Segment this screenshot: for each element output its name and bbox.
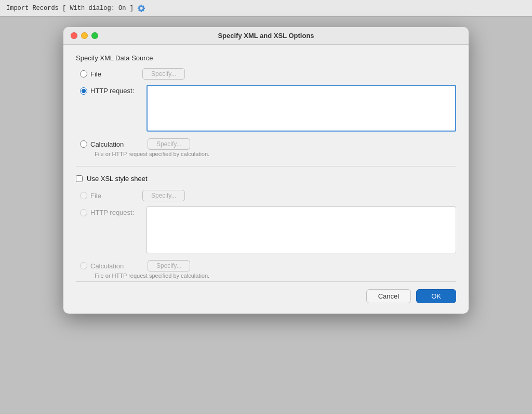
- xsl-file-radio[interactable]: [80, 192, 87, 199]
- xsl-file-label[interactable]: File: [80, 192, 142, 200]
- xml-http-textarea[interactable]: [147, 85, 456, 132]
- dialog-content: Specify XML Data Source File Specify... …: [63, 45, 469, 314]
- xsl-http-row: HTTP request:: [76, 206, 456, 255]
- xsl-file-row: File Specify...: [76, 190, 456, 201]
- button-row: Cancel OK: [76, 281, 456, 303]
- xml-file-specify-button[interactable]: Specify...: [142, 68, 185, 80]
- ok-button[interactable]: OK: [416, 289, 456, 303]
- xsl-http-radio[interactable]: [80, 209, 87, 216]
- xml-calc-row-inner: Calculation Specify...: [80, 138, 456, 150]
- xml-file-row: File Specify...: [76, 68, 456, 80]
- xsl-section-header: Use XSL style sheet: [87, 175, 148, 183]
- xml-calc-helper: File or HTTP request specified by calcul…: [95, 151, 209, 157]
- xsl-file-specify-button[interactable]: Specify...: [142, 190, 185, 201]
- minimize-button[interactable]: [81, 32, 88, 39]
- xsl-http-label-col: HTTP request:: [80, 206, 147, 216]
- xsl-http-textarea[interactable]: [147, 206, 456, 253]
- xml-calc-label[interactable]: Calculation: [80, 140, 142, 148]
- xsl-calc-radio[interactable]: [80, 262, 87, 269]
- xsl-calc-row-inner: Calculation Specify...: [80, 260, 456, 271]
- xml-http-radio[interactable]: [80, 87, 87, 95]
- xml-calc-radio[interactable]: [80, 140, 87, 148]
- xsl-section: Use XSL style sheet File Specify...: [76, 175, 456, 279]
- xsl-http-textarea-wrapper: [147, 206, 456, 255]
- xml-http-label[interactable]: HTTP request:: [80, 87, 142, 95]
- xsl-calc-label[interactable]: Calculation: [80, 262, 142, 270]
- top-bar: Import Records [ With dialog: On ]: [0, 0, 532, 17]
- xsl-calc-helper: File or HTTP request specified by calcul…: [95, 273, 209, 279]
- maximize-button[interactable]: [91, 32, 98, 39]
- window-buttons: [71, 32, 98, 39]
- section-divider: [76, 166, 456, 166]
- xsl-checkbox[interactable]: [76, 175, 83, 182]
- xml-file-radio[interactable]: [80, 70, 87, 77]
- xml-calc-specify-button[interactable]: Specify...: [148, 138, 190, 150]
- xml-http-label-col: HTTP request:: [80, 85, 147, 95]
- dialog-window: Specify XML and XSL Options Specify XML …: [63, 27, 469, 314]
- title-bar: Specify XML and XSL Options: [63, 27, 469, 45]
- gear-icon[interactable]: [137, 4, 146, 13]
- xsl-header-row: Use XSL style sheet: [76, 175, 456, 183]
- xml-file-label[interactable]: File: [80, 70, 142, 78]
- xml-section-header: Specify XML Data Source: [76, 54, 456, 62]
- xml-http-textarea-wrapper: [147, 85, 456, 133]
- xsl-calc-specify-button[interactable]: Specify...: [148, 260, 190, 271]
- xml-section: Specify XML Data Source File Specify... …: [76, 54, 456, 158]
- xml-calc-row: Calculation Specify... File or HTTP requ…: [76, 138, 456, 158]
- xml-http-row: HTTP request:: [76, 85, 456, 133]
- page-background: Specify XML and XSL Options Specify XML …: [0, 17, 532, 414]
- xsl-calc-row: Calculation Specify... File or HTTP requ…: [76, 260, 456, 279]
- xsl-http-label[interactable]: HTTP request:: [80, 209, 142, 216]
- cancel-button[interactable]: Cancel: [366, 289, 411, 303]
- close-button[interactable]: [71, 32, 77, 39]
- top-bar-title: Import Records [ With dialog: On ]: [6, 5, 134, 12]
- dialog-title: Specify XML and XSL Options: [218, 32, 314, 40]
